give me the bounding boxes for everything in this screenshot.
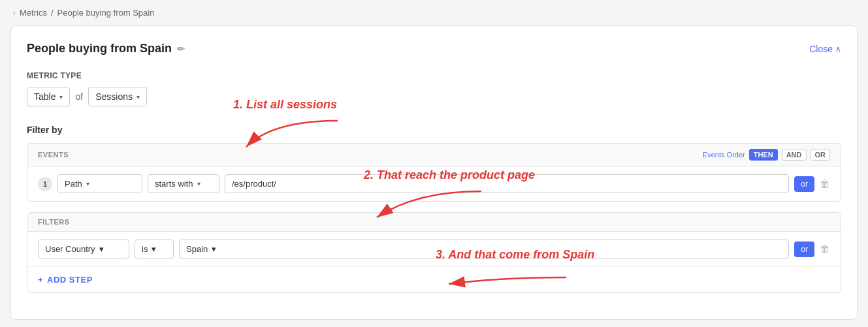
user-country-label: User Country (45, 244, 95, 254)
filters-or-button[interactable]: or (794, 241, 814, 257)
events-header-text: EVENTS (38, 151, 69, 159)
metric-type-label: Metric Type (27, 71, 841, 80)
spain-chevron-icon: ▾ (212, 244, 216, 254)
breadcrumb-bar: ‹ Metrics / People buying from Spain (0, 0, 868, 25)
sessions-chevron-icon: ▾ (137, 93, 140, 101)
metric-type-row: Table ▾ of Sessions ▾ (27, 87, 841, 106)
is-dropdown[interactable]: is ▾ (135, 240, 174, 258)
condition-label: starts with (155, 179, 193, 189)
events-filter-section: EVENTS Events Order THEN AND OR 1 Path ▾… (27, 143, 841, 202)
path-value-input[interactable] (225, 174, 789, 193)
events-section-header: EVENTS Events Order THEN AND OR (27, 144, 841, 166)
breadcrumb-separator: / (51, 8, 54, 18)
card-title-text: People buying from Spain (27, 42, 172, 55)
close-label: Close (809, 44, 833, 54)
close-chevron-icon: ∧ (835, 44, 841, 54)
path-label: Path (65, 179, 82, 189)
add-step-row: + ADD STEP (27, 266, 841, 292)
of-text: of (75, 91, 83, 102)
path-dropdown[interactable]: Path ▾ (57, 174, 142, 193)
user-country-chevron-icon: ▾ (99, 244, 104, 254)
add-step-plus-icon: + (38, 275, 43, 285)
events-order-label[interactable]: Events Order (703, 151, 745, 159)
condition-dropdown[interactable]: starts with ▾ (148, 174, 219, 193)
user-country-dropdown[interactable]: User Country ▾ (38, 240, 129, 258)
path-chevron-icon: ▾ (86, 180, 89, 187)
spain-dropdown[interactable]: Spain ▾ (179, 240, 789, 258)
add-step-label: ADD STEP (47, 275, 93, 285)
filters-header-text: FILTERS (38, 218, 70, 226)
breadcrumb-parent[interactable]: Metrics (20, 8, 47, 18)
table-dropdown[interactable]: Table ▾ (27, 87, 70, 106)
and-button[interactable]: AND (782, 149, 807, 161)
table-value: Table (34, 91, 56, 102)
filters-delete-icon[interactable]: 🗑 (820, 243, 830, 255)
or-button[interactable]: OR (811, 149, 831, 161)
table-chevron-icon: ▾ (59, 93, 63, 101)
is-label: is (142, 244, 148, 254)
spain-value: Spain (186, 244, 208, 254)
card-header: People buying from Spain ✏ Close ∧ (27, 42, 841, 55)
close-button[interactable]: Close ∧ (809, 44, 841, 54)
is-chevron-icon: ▾ (152, 244, 156, 254)
events-order-container: Events Order THEN AND OR (703, 149, 830, 161)
breadcrumb-current: People buying from Spain (57, 8, 155, 18)
filters-section-header: FILTERS (27, 213, 841, 232)
filters-filter-section: FILTERS User Country ▾ is ▾ Spain ▾ or 🗑… (27, 212, 841, 293)
add-step-button[interactable]: + ADD STEP (38, 275, 93, 285)
filter-by-label: Filter by (27, 125, 841, 135)
card-title: People buying from Spain ✏ (27, 42, 185, 55)
sessions-dropdown[interactable]: Sessions ▾ (88, 87, 147, 106)
then-button[interactable]: THEN (749, 149, 778, 161)
sessions-value: Sessions (95, 91, 133, 102)
condition-chevron-icon: ▾ (197, 180, 201, 187)
events-filter-row: 1 Path ▾ starts with ▾ or 🗑 (27, 166, 841, 201)
events-delete-icon[interactable]: 🗑 (820, 178, 830, 190)
edit-icon[interactable]: ✏ (177, 44, 185, 54)
main-card: 1. List all sessions 2. That reach the p… (10, 25, 858, 320)
events-or-button[interactable]: or (794, 176, 814, 192)
breadcrumb-chevron: ‹ (13, 8, 16, 18)
row-number-badge: 1 (38, 177, 52, 191)
filters-filter-row: User Country ▾ is ▾ Spain ▾ or 🗑 (27, 232, 841, 266)
